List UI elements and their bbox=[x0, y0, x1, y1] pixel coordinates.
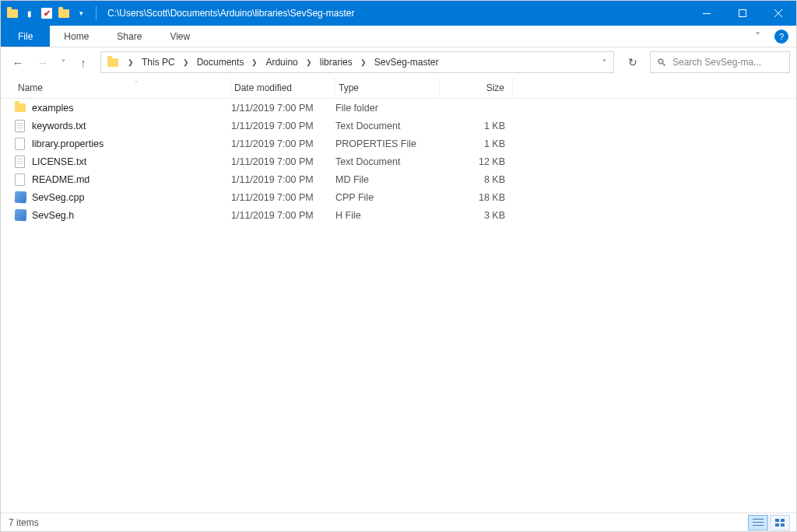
breadcrumb[interactable]: SevSeg-master bbox=[371, 52, 442, 72]
search-input[interactable] bbox=[672, 57, 789, 68]
svg-rect-2 bbox=[753, 519, 764, 520]
pin-icon: ▮ bbox=[23, 6, 37, 20]
file-type: MD File bbox=[335, 174, 440, 185]
file-date: 1/11/2019 7:00 PM bbox=[231, 210, 335, 221]
file-size: 1 KB bbox=[440, 138, 513, 149]
svg-rect-5 bbox=[775, 519, 779, 522]
file-row[interactable]: library.properties1/11/2019 7:00 PMPROPE… bbox=[15, 135, 796, 152]
svg-rect-6 bbox=[781, 519, 785, 522]
file-list: examples1/11/2019 7:00 PMFile folderkeyw… bbox=[1, 99, 796, 513]
title-bar: ▮ ✔ ▾ C:\Users\Scott\Documents\Arduino\l… bbox=[1, 1, 796, 26]
column-label: Type bbox=[339, 82, 359, 93]
text-file-icon bbox=[15, 156, 32, 168]
file-size: 3 KB bbox=[440, 210, 513, 221]
help-button[interactable]: ? bbox=[774, 30, 788, 44]
file-type: PROPERTIES File bbox=[335, 138, 440, 149]
recent-locations-icon[interactable]: ˅ bbox=[57, 51, 69, 73]
window-controls bbox=[689, 1, 796, 26]
svg-rect-0 bbox=[703, 13, 711, 14]
file-date: 1/11/2019 7:00 PM bbox=[231, 192, 335, 203]
text-file-icon bbox=[15, 120, 32, 132]
file-size: 8 KB bbox=[440, 174, 513, 185]
file-icon bbox=[15, 173, 32, 186]
chevron-right-icon[interactable]: ❯ bbox=[178, 52, 194, 72]
search-box[interactable]: 🔍︎ bbox=[650, 51, 790, 73]
sort-ascending-icon: ˄ bbox=[43, 80, 230, 88]
file-date: 1/11/2019 7:00 PM bbox=[231, 138, 335, 149]
breadcrumb[interactable]: This PC bbox=[139, 52, 178, 72]
column-date[interactable]: Date modified bbox=[231, 77, 335, 98]
close-button[interactable] bbox=[760, 1, 796, 26]
file-row[interactable]: README.md1/11/2019 7:00 PMMD File8 KB bbox=[15, 170, 796, 188]
column-size[interactable]: Size bbox=[440, 77, 513, 98]
breadcrumb[interactable]: Arduino bbox=[262, 52, 300, 72]
file-type: File folder bbox=[335, 103, 440, 114]
quick-access-toolbar: ▮ ✔ ▾ bbox=[1, 6, 101, 20]
qat-dropdown-icon[interactable]: ▾ bbox=[74, 6, 88, 20]
folder-icon bbox=[15, 103, 32, 112]
tab-home[interactable]: Home bbox=[50, 26, 103, 47]
file-name: keywords.txt bbox=[32, 121, 231, 131]
chevron-right-icon[interactable]: ❯ bbox=[301, 52, 317, 72]
file-name: examples bbox=[32, 103, 231, 114]
tab-view[interactable]: View bbox=[156, 26, 204, 47]
forward-button: → bbox=[32, 51, 54, 73]
column-label: Name bbox=[18, 82, 43, 93]
file-name: LICENSE.txt bbox=[32, 156, 231, 167]
svg-rect-1 bbox=[739, 10, 746, 17]
refresh-button[interactable]: ↻ bbox=[620, 51, 645, 73]
tab-share[interactable]: Share bbox=[103, 26, 156, 47]
large-icons-view-button[interactable] bbox=[770, 515, 790, 530]
properties-check-icon[interactable]: ✔ bbox=[40, 6, 54, 20]
ribbon-expand-icon[interactable]: ˅ bbox=[743, 26, 771, 47]
breadcrumb[interactable]: libraries bbox=[317, 52, 356, 72]
code-file-icon bbox=[15, 209, 32, 221]
status-text: 7 items bbox=[9, 517, 39, 528]
code-file-icon bbox=[15, 191, 32, 203]
file-date: 1/11/2019 7:00 PM bbox=[231, 156, 335, 167]
file-size: 18 KB bbox=[440, 192, 513, 203]
file-size: 12 KB bbox=[440, 156, 513, 167]
file-name: README.md bbox=[32, 174, 231, 185]
column-headers: Name ˄ Date modified Type Size bbox=[1, 77, 796, 99]
search-icon: 🔍︎ bbox=[651, 57, 672, 68]
file-row[interactable]: LICENSE.txt1/11/2019 7:00 PMText Documen… bbox=[15, 152, 796, 170]
file-name: SevSeg.h bbox=[32, 210, 231, 221]
window-title: C:\Users\Scott\Documents\Arduino\librari… bbox=[101, 8, 689, 19]
ribbon: File Home Share View ˅ ? bbox=[1, 26, 796, 47]
file-type: Text Document bbox=[335, 156, 440, 167]
breadcrumb[interactable]: Documents bbox=[194, 52, 248, 72]
details-view-button[interactable] bbox=[748, 515, 768, 530]
separator bbox=[96, 6, 97, 20]
folder-icon bbox=[101, 58, 123, 67]
file-row[interactable]: SevSeg.h1/11/2019 7:00 PMH File3 KB bbox=[15, 206, 796, 224]
new-folder-icon[interactable] bbox=[57, 6, 71, 20]
minimize-button[interactable] bbox=[689, 1, 725, 26]
column-name[interactable]: Name ˄ bbox=[15, 77, 231, 98]
svg-rect-7 bbox=[775, 523, 779, 527]
file-row[interactable]: examples1/11/2019 7:00 PMFile folder bbox=[15, 99, 796, 117]
up-button[interactable]: ↑ bbox=[72, 51, 94, 73]
chevron-right-icon[interactable]: ❯ bbox=[123, 52, 139, 72]
address-bar[interactable]: ❯ This PC ❯ Documents ❯ Arduino ❯ librar… bbox=[100, 51, 614, 73]
address-dropdown-icon[interactable]: ˅ bbox=[595, 52, 613, 72]
column-type[interactable]: Type bbox=[335, 77, 440, 98]
file-row[interactable]: SevSeg.cpp1/11/2019 7:00 PMCPP File18 KB bbox=[15, 188, 796, 206]
tab-file[interactable]: File bbox=[1, 26, 50, 47]
column-label: Date modified bbox=[234, 82, 292, 93]
back-button[interactable]: ← bbox=[7, 51, 29, 73]
chevron-right-icon[interactable]: ❯ bbox=[247, 52, 262, 72]
file-icon bbox=[15, 138, 32, 150]
file-row[interactable]: keywords.txt1/11/2019 7:00 PMText Docume… bbox=[15, 117, 796, 135]
folder-icon bbox=[5, 6, 19, 20]
file-name: SevSeg.cpp bbox=[32, 192, 231, 203]
file-type: Text Document bbox=[335, 121, 440, 131]
column-label: Size bbox=[486, 82, 504, 93]
chevron-right-icon[interactable]: ❯ bbox=[356, 52, 371, 72]
file-type: CPP File bbox=[335, 192, 440, 203]
file-date: 1/11/2019 7:00 PM bbox=[231, 103, 335, 114]
file-type: H File bbox=[335, 210, 440, 221]
svg-rect-3 bbox=[753, 522, 764, 523]
maximize-button[interactable] bbox=[725, 1, 760, 26]
file-date: 1/11/2019 7:00 PM bbox=[231, 121, 335, 131]
